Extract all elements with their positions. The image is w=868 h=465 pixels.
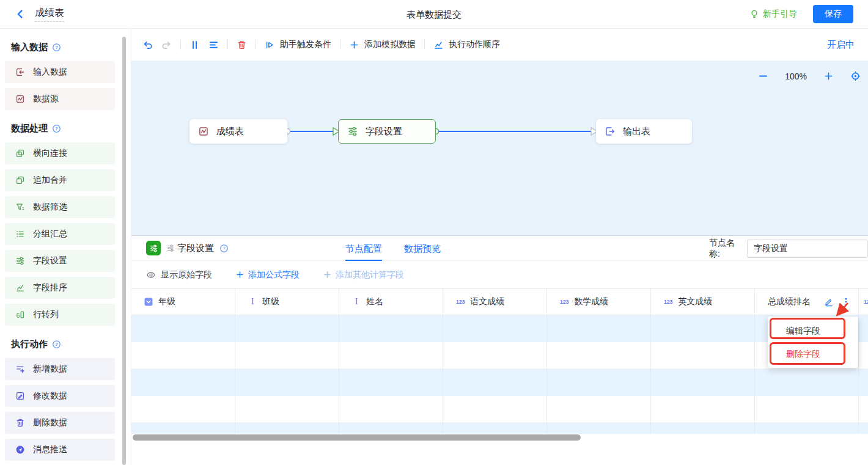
help-icon[interactable]: ? [52,340,61,349]
node-label: 字段设置 [366,126,402,137]
column-header-姓名[interactable]: I姓名 [339,289,443,315]
help-icon[interactable]: ? [52,124,61,133]
divider [424,40,425,49]
help-icon[interactable]: ? [52,43,61,52]
sidebar-item-行转列[interactable]: 6行转列 [5,304,115,326]
column-header-数学成绩[interactable]: 123数学成绩 [547,289,651,315]
table-row [131,315,868,342]
table-row [131,342,868,369]
sidebar-item-横向连接[interactable]: 横向连接 [5,142,115,164]
column-header-年级[interactable]: 年级 [131,289,235,315]
sidebar-item-label: 横向连接 [33,148,67,159]
add-mock-label: 添加模拟数据 [364,39,416,50]
menu-item-delete-field[interactable]: 删除字段 [768,342,858,365]
table-cell [443,369,547,396]
edit-field-icon[interactable] [824,297,834,307]
sidebar-item-删除数据[interactable]: 删除数据 [5,412,115,434]
zoom-out-icon[interactable] [758,71,768,81]
status-toggle[interactable]: 开启中 [827,39,855,51]
table-cell [131,423,235,434]
number-field-icon: 123 [664,299,672,305]
add-formula-field-button[interactable]: 添加公式字段 [235,269,300,280]
trash-icon [15,418,25,428]
fit-view-icon[interactable] [850,71,861,81]
node-field-settings[interactable]: 字段设置 [338,119,436,144]
sidebar-item-追加合并[interactable]: 追加合并 [5,169,115,191]
table-cell [651,369,755,396]
align-column-icon[interactable] [189,40,200,50]
menu-item-edit-field[interactable]: 编辑字段 [768,319,858,342]
node-name-input[interactable] [747,240,868,258]
table-cell [339,315,443,342]
column-label: 班级 [262,296,279,307]
zoom-in-icon[interactable] [823,71,834,81]
sidebar-item-数据源[interactable]: 数据源 [5,88,115,110]
sidebar-item-label: 追加合并 [33,175,67,186]
svg-text:?: ? [55,126,58,131]
sidebar-item-分组汇总[interactable]: 分组汇总 [5,223,115,245]
back-icon[interactable] [15,9,26,20]
table-cell [339,342,443,368]
tab-data-preview[interactable]: 数据预览 [404,236,441,262]
output-icon [605,126,616,137]
svg-text:?: ? [55,45,58,50]
table-row [131,396,868,423]
redo-icon[interactable] [161,40,172,50]
node-library-sidebar: 输入数据?输入数据数据源数据处理?横向连接追加合并数据筛选分组汇总字段设置字段排… [0,29,127,465]
sidebar-scrollbar[interactable] [122,37,126,465]
sidebar-item-修改数据[interactable]: 修改数据 [5,385,115,407]
table-cell [443,342,547,368]
node-output-table[interactable]: 输出表 [596,119,692,144]
table-cell [235,396,339,422]
align-row-icon[interactable] [208,40,219,50]
section-title-input: 输入数据? [11,42,127,53]
import-icon [15,67,25,77]
flow-canvas[interactable]: 100% 成绩表 字段设置 输出表 [131,60,868,235]
column-label: 总成绩排名 [768,296,811,307]
table-cell [547,423,651,434]
document-title[interactable]: 成绩表 [35,7,64,22]
panel-title: 字段设置 [177,243,214,254]
sidebar-item-label: 分组汇总 [33,229,67,240]
number-field-icon: 123 [864,299,868,305]
push-icon [15,445,25,455]
column-header-语文成绩[interactable]: 123语文成绩 [443,289,547,315]
node-grade-table[interactable]: 成绩表 [189,119,287,144]
table-cell [651,423,755,434]
sidebar-item-输入数据[interactable]: 输入数据 [5,61,115,83]
sidebar-item-字段设置[interactable]: 字段设置 [5,250,115,272]
column-header-班级[interactable]: I班级 [235,289,339,315]
table-body [131,315,868,434]
delete-node-icon[interactable] [237,40,247,50]
sidebar-item-label: 字段排序 [33,282,67,293]
sidebar-item-新增数据[interactable]: 新增数据 [5,358,115,380]
column-header-总成绩排名[interactable]: 总成绩排名 [755,289,859,315]
table-cell [547,315,651,342]
show-original-fields-button[interactable]: 显示原始字段 [146,269,212,280]
help-icon[interactable]: ? [219,244,229,253]
table-cell [859,396,868,422]
sidebar-item-消息推送[interactable]: 消息推送 [5,439,115,461]
plus-icon [323,270,332,279]
action-order-label: 执行动作顺序 [449,39,500,50]
table-row [131,423,868,434]
sidebar-item-数据筛选[interactable]: 数据筛选 [5,196,115,218]
horizontal-scrollbar-thumb[interactable] [133,434,581,441]
beginner-guide-button[interactable]: 新手引导 [749,9,797,20]
action-order-button[interactable]: 执行动作顺序 [433,39,500,50]
column-header-英文成绩[interactable]: 123英文成绩 [651,289,755,315]
field-menu-kebab-icon[interactable] [841,297,851,307]
assistant-trigger-button[interactable]: 助手触发条件 [265,39,331,50]
chart-icon [433,40,444,50]
show-original-label: 显示原始字段 [161,269,212,280]
tab-node-config[interactable]: 节点配置 [345,236,382,262]
add-mock-data-button[interactable]: 添加模拟数据 [349,39,416,50]
node-label: 输出表 [623,126,650,137]
save-button[interactable]: 保存 [813,5,853,23]
sidebar-item-字段排序[interactable]: 字段排序 [5,277,115,299]
table-cell [859,342,868,368]
undo-icon[interactable] [142,40,153,50]
table-cell [235,423,339,434]
table-cell [547,342,651,368]
column-header-col7[interactable]: 123 [859,289,868,315]
